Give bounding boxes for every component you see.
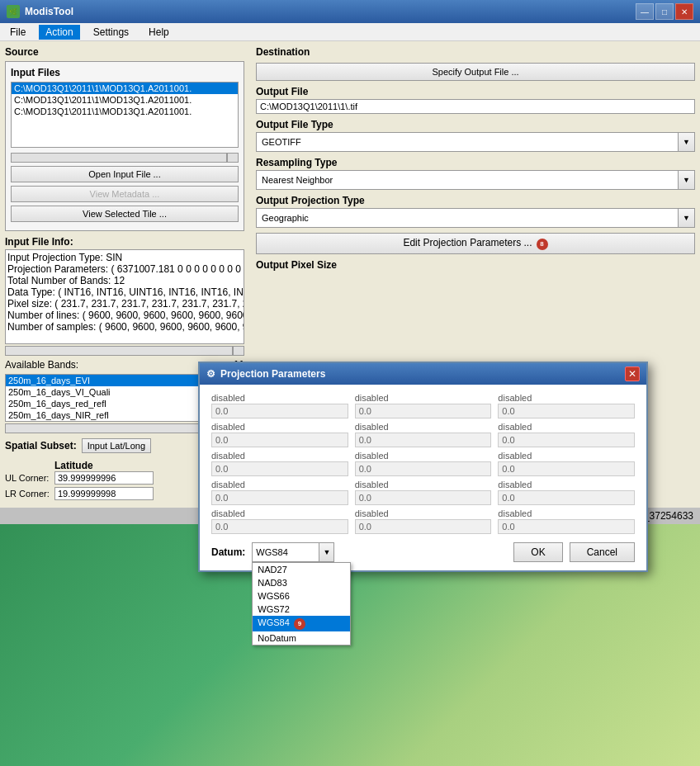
datum-option-nad27[interactable]: NAD27 [253,563,350,576]
input-files-label: Input Files [11,67,239,78]
menu-settings[interactable]: Settings [87,25,135,40]
datum-selected-value: WGS84 [253,546,319,559]
datum-option-nad83[interactable]: NAD83 [253,576,350,589]
param-input-9[interactable] [211,490,348,505]
spatial-subset-button[interactable]: Input Lat/Long [82,438,151,453]
menu-help[interactable]: Help [142,25,176,40]
resampling-type-arrow[interactable]: ▼ [678,171,694,189]
info-line-1: Projection Parameters: ( 6371007.181 0 0… [7,263,242,275]
param-input-11[interactable] [498,490,635,505]
minimize-button[interactable]: — [636,3,654,20]
param-label-12: disabled [211,508,348,518]
info-line-2: Total Number of Bands: 12 [7,275,242,286]
output-projection-type-arrow[interactable]: ▼ [678,209,694,227]
param-input-1[interactable] [355,404,492,418]
param-input-5[interactable] [498,433,635,447]
dialog-content: disabled disabled disabled disabled disa… [200,385,646,570]
open-input-button[interactable]: Open Input File ... [11,166,239,182]
datum-option-wgs66[interactable]: WGS66 [253,589,350,603]
datum-option-wgs72[interactable]: WGS72 [253,603,350,616]
output-projection-type-dropdown[interactable]: Geographic ▼ [256,208,695,228]
file-item-3[interactable]: C:\MOD13Q1\2011\1\MOD13Q1.A2011001. [12,106,238,117]
param-field-5: disabled [498,422,635,447]
param-label-5: disabled [498,422,635,432]
menu-file[interactable]: File [3,25,32,40]
param-input-6[interactable] [211,461,348,476]
resampling-type-label: Resampling Type [256,157,695,168]
param-label-0: disabled [211,393,348,403]
datum-option-wgs84[interactable]: WGS84 9 [253,616,350,631]
datum-select[interactable]: WGS84 ▼ [252,542,334,562]
lr-corner-label: LR Corner: [5,489,54,499]
projection-dialog: ⚙ Projection Parameters ✕ disabled disab… [198,362,648,572]
output-file-type-value: GEOTIFF [257,135,678,149]
menu-bar: File Action Settings Help [0,23,700,41]
param-field-13: disabled [355,508,492,534]
output-file-type-dropdown[interactable]: GEOTIFF ▼ [256,132,695,152]
param-field-12: disabled [211,508,348,534]
param-field-9: disabled [211,480,348,505]
band-item-3[interactable]: 250m_16_days_red_refl [6,398,202,409]
title-bar-left: 🌿 ModisTool [7,5,73,18]
param-label-6: disabled [211,451,348,461]
ul-corner-input[interactable] [54,471,154,485]
param-input-0[interactable] [211,404,348,418]
info-line-6: Number of samples: ( 9600, 9600, 9600, 9… [7,321,242,333]
output-pixel-size-label: Output Pixel Size [256,259,695,271]
param-grid: disabled disabled disabled disabled disa… [211,393,635,534]
ok-button[interactable]: OK [513,542,562,562]
param-input-13[interactable] [355,519,492,534]
cancel-button[interactable]: Cancel [570,542,635,562]
param-input-8[interactable] [498,461,635,476]
info-line-5: Number of lines: ( 9600, 9600, 9600, 960… [7,310,242,321]
menu-action[interactable]: Action [39,25,79,40]
band-item-1[interactable]: 250m_16_days_EVI [6,375,202,386]
available-bands-label: Available Bands: [5,359,78,371]
file-item-1[interactable]: C:\MOD13Q1\2011\1\MOD13Q1.A2011001. [12,83,238,94]
close-button[interactable]: ✕ [675,3,693,20]
datum-dropdown-arrow[interactable]: ▼ [319,543,333,561]
app-title: ModisTool [25,6,73,17]
edit-proj-badge: 8 [537,239,548,250]
edit-projection-button[interactable]: Edit Projection Parameters ... 8 [256,233,695,254]
param-input-3[interactable] [211,433,348,447]
dialog-title-bar: ⚙ Projection Parameters ✕ [200,363,646,385]
file-list[interactable]: C:\MOD13Q1\2011\1\MOD13Q1.A2011001. C:\M… [11,82,239,148]
ul-corner-label: UL Corner: [5,473,54,483]
datum-option-nodatum[interactable]: NoDatum [253,631,350,645]
param-field-3: disabled [211,422,348,447]
band-item-4[interactable]: 250m_16_days_NIR_refl [6,409,202,421]
view-selected-tile-button[interactable]: View Selected Tile ... [11,206,239,222]
param-input-14[interactable] [498,519,635,534]
dialog-buttons: OK Cancel [513,542,635,562]
lr-corner-input[interactable] [54,487,154,500]
param-field-8: disabled [498,451,635,476]
output-file-input[interactable] [256,99,695,114]
info-area: Input Projection Type: SIN Projection Pa… [5,249,244,344]
param-label-3: disabled [211,422,348,432]
maximize-button[interactable]: □ [655,3,674,20]
param-label-1: disabled [355,393,492,403]
band-item-2[interactable]: 250m_16_days_VI_Quali [6,386,202,398]
param-label-4: disabled [355,422,492,432]
param-input-10[interactable] [355,490,492,505]
band-list[interactable]: 250m_16_days_EVI 250m_16_days_VI_Quali 2… [5,374,203,422]
input-file-info-section: Input File Info: Input Projection Type: … [5,236,244,356]
resampling-type-value: Nearest Neighbor [257,173,678,187]
view-metadata-button[interactable]: View Metadata ... [11,186,239,202]
param-input-2[interactable] [498,404,635,418]
file-item-2[interactable]: C:\MOD13Q1\2011\1\MOD13Q1.A2011001. [12,94,238,106]
param-input-4[interactable] [355,433,492,447]
output-projection-type-value: Geographic [257,210,678,225]
output-file-type-arrow[interactable]: ▼ [678,133,694,151]
dialog-close-button[interactable]: ✕ [625,366,640,381]
dialog-title-left: ⚙ Projection Parameters [206,368,325,380]
datum-label: Datum: [211,546,245,558]
specify-output-button[interactable]: Specify Output File ... [256,63,695,81]
param-input-7[interactable] [355,461,492,476]
app-icon: 🌿 [7,5,20,18]
dialog-title: Projection Parameters [220,368,325,380]
title-bar: 🌿 ModisTool — □ ✕ [0,0,700,23]
param-input-12[interactable] [211,519,348,534]
resampling-type-dropdown[interactable]: Nearest Neighbor ▼ [256,170,695,190]
